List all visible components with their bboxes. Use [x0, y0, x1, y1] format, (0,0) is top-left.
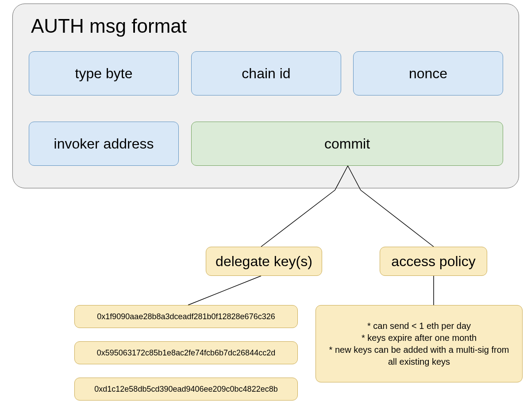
- policy-line-0: * can send < 1 eth per day: [367, 320, 471, 332]
- policy-line-2: * new keys can be added with a multi-sig…: [329, 344, 509, 356]
- field-nonce: nonce: [353, 51, 503, 95]
- field-commit: commit: [191, 122, 503, 166]
- delegate-keys-header: delegate key(s): [206, 247, 322, 276]
- access-policy-header: access policy: [380, 247, 487, 276]
- delegate-key-0: 0x1f9090aae28b8a3dceadf281b0f12828e676c3…: [74, 305, 298, 328]
- svg-line-2: [261, 190, 335, 247]
- field-chain-id: chain id: [191, 51, 341, 95]
- svg-line-3: [361, 190, 434, 247]
- access-policy-body: * can send < 1 eth per day * keys expire…: [316, 305, 523, 382]
- container-title: AUTH msg format: [31, 15, 187, 37]
- diagram-canvas: AUTH msg format type byte chain id nonce…: [0, 0, 531, 420]
- policy-line-3: all existing keys: [388, 356, 450, 368]
- field-type-byte: type byte: [29, 51, 179, 95]
- delegate-key-1: 0x595063172c85b1e8ac2fe74fcb6b7dc26844cc…: [74, 341, 298, 364]
- delegate-key-2: 0xd1c12e58db5cd390ead9406ee209c0bc4822ec…: [74, 378, 298, 401]
- field-invoker-address: invoker address: [29, 122, 179, 166]
- svg-line-4: [188, 276, 261, 305]
- policy-line-1: * keys expire after one month: [362, 332, 477, 344]
